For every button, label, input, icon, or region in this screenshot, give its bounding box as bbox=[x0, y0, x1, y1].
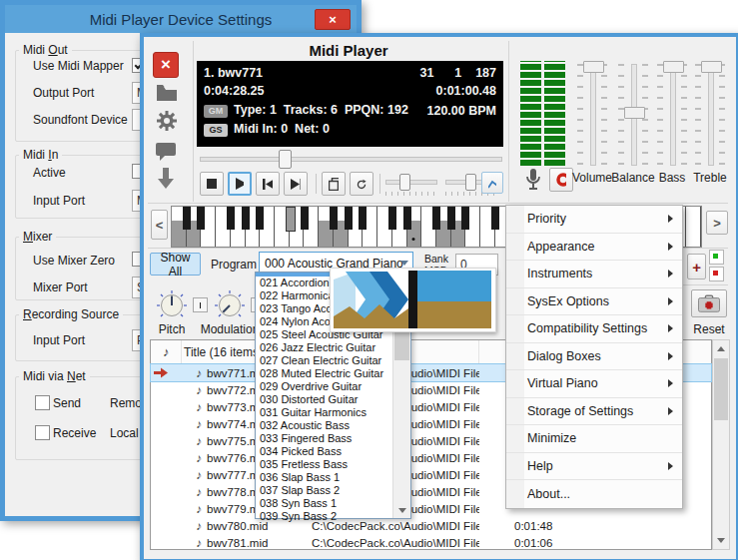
pitch-label: Pitch bbox=[155, 322, 189, 336]
gm-badge: GM bbox=[204, 105, 228, 118]
playlist-scrollbar[interactable] bbox=[712, 339, 730, 550]
piano-black-key[interactable] bbox=[256, 207, 264, 230]
context-menu-item[interactable]: Virtual Piano bbox=[506, 370, 682, 398]
keyboard-scroll-right-button[interactable]: > bbox=[706, 211, 728, 235]
dropdown-item[interactable]: 031 Guitar Harmonics bbox=[256, 406, 393, 419]
show-all-button[interactable]: Show All bbox=[150, 253, 201, 276]
instrument-artwork bbox=[330, 268, 496, 332]
receive-checkbox[interactable] bbox=[35, 425, 50, 440]
play-button[interactable] bbox=[228, 172, 252, 196]
loop-button[interactable] bbox=[350, 172, 373, 196]
download-arrow-icon[interactable] bbox=[154, 167, 178, 191]
pitch-slider-thumb[interactable] bbox=[465, 174, 476, 191]
previous-track-button[interactable] bbox=[256, 172, 280, 196]
piano-black-key[interactable] bbox=[345, 207, 353, 230]
piano-black-key[interactable] bbox=[447, 207, 455, 230]
chart-button[interactable] bbox=[481, 172, 503, 194]
dropdown-item[interactable]: 032 Acoustic Bass bbox=[256, 419, 393, 432]
scroll-down-icon[interactable] bbox=[393, 503, 410, 518]
treble-slider-track[interactable] bbox=[708, 64, 714, 166]
piano-black-key[interactable] bbox=[388, 207, 396, 230]
piano-black-key[interactable] bbox=[227, 207, 235, 230]
keyboard-scroll-left-button[interactable]: < bbox=[151, 210, 168, 240]
note-icon: ♪ bbox=[163, 344, 170, 359]
context-menu-item[interactable]: Instruments bbox=[506, 261, 682, 288]
dropdown-item[interactable]: 029 Overdrive Guitar bbox=[256, 380, 393, 393]
send-checkbox[interactable] bbox=[35, 395, 50, 410]
context-menu-item[interactable]: Minimize bbox=[506, 425, 682, 453]
context-menu-item[interactable]: Dialog Boxes bbox=[506, 343, 682, 371]
comment-icon[interactable] bbox=[154, 139, 178, 163]
dropdown-item[interactable]: 035 Fretless Bass bbox=[256, 458, 393, 471]
device-settings-titlebar[interactable]: Midi Player Device Settings bbox=[5, 5, 357, 33]
bank-msb-label: Bank bbox=[424, 253, 448, 265]
tempo-slider-track[interactable] bbox=[385, 180, 437, 185]
piano-black-key[interactable] bbox=[359, 207, 367, 230]
context-menu-item[interactable]: Storage of Settings bbox=[506, 398, 682, 426]
piano-black-key[interactable] bbox=[242, 207, 250, 230]
dropdown-item[interactable]: 036 Slap Bass 1 bbox=[256, 471, 393, 484]
pitch-reset-button[interactable] bbox=[193, 297, 208, 312]
piano-black-key[interactable] bbox=[286, 207, 296, 232]
piano-black-key[interactable] bbox=[197, 207, 205, 230]
microphone-icon[interactable] bbox=[521, 168, 545, 192]
dropdown-item[interactable]: 027 Clean Electric Guitar bbox=[256, 354, 393, 367]
piano-black-key[interactable] bbox=[403, 207, 411, 230]
open-folder-icon[interactable] bbox=[155, 81, 179, 105]
piano-black-key[interactable] bbox=[491, 207, 499, 230]
piano-black-key[interactable] bbox=[301, 207, 309, 230]
context-menu-item[interactable]: Priority bbox=[506, 206, 682, 234]
treble-slider-thumb[interactable] bbox=[701, 61, 722, 73]
seek-slider-thumb[interactable] bbox=[279, 150, 292, 169]
tempo-slider-thumb[interactable] bbox=[399, 174, 410, 191]
dropdown-item[interactable]: 030 Distorted Guitar bbox=[256, 393, 393, 406]
red-indicator-button[interactable] bbox=[709, 267, 724, 281]
piano-black-key[interactable] bbox=[183, 207, 191, 230]
divider bbox=[316, 174, 317, 194]
gear-icon[interactable] bbox=[155, 109, 179, 133]
piano-black-key[interactable] bbox=[330, 207, 338, 230]
dropdown-item[interactable]: 038 Syn Bass 1 bbox=[256, 497, 393, 510]
submenu-arrow-icon bbox=[668, 352, 673, 360]
record-button[interactable] bbox=[549, 168, 573, 192]
scrollbar-thumb[interactable] bbox=[714, 358, 728, 420]
bass-slider-track[interactable] bbox=[670, 64, 676, 166]
playlist-row[interactable]: ♪bwv780.mid C:\CodecPack.co\Audio\MIDI F… bbox=[151, 517, 711, 534]
output-port-label: Output Port bbox=[33, 86, 94, 100]
context-menu-item[interactable]: Help bbox=[506, 453, 682, 481]
next-track-button[interactable] bbox=[284, 172, 308, 196]
stop-button[interactable] bbox=[200, 172, 224, 196]
dropdown-item[interactable]: 033 Fingered Bass bbox=[256, 432, 393, 445]
scrollbar-thumb[interactable] bbox=[394, 332, 409, 360]
reset-button[interactable] bbox=[691, 289, 727, 317]
modulation-knob[interactable] bbox=[213, 289, 247, 325]
piano-white-key[interactable] bbox=[686, 207, 701, 247]
green-indicator-button[interactable] bbox=[709, 250, 724, 265]
context-menu-item[interactable]: Compatibility Settings bbox=[506, 315, 682, 343]
playback-mode-button[interactable] bbox=[322, 172, 346, 196]
pitch-knob[interactable] bbox=[155, 289, 189, 325]
dropdown-item[interactable]: 026 Jazz Electric Guitar bbox=[256, 341, 393, 354]
add-button[interactable]: + bbox=[687, 254, 706, 280]
playlist-row[interactable]: ♪bwv781.mid C:\CodecPack.co\Audio\MIDI F… bbox=[151, 534, 711, 551]
volume-slider-track[interactable] bbox=[590, 64, 596, 166]
piano-black-key[interactable] bbox=[432, 207, 440, 230]
volume-slider-thumb[interactable] bbox=[583, 61, 604, 73]
note-icon: ♪ bbox=[196, 485, 202, 499]
piano-black-key[interactable] bbox=[461, 207, 469, 230]
close-icon[interactable]: × bbox=[315, 9, 351, 30]
dropdown-item[interactable]: 028 Muted Electric Guitar bbox=[256, 367, 393, 380]
close-icon[interactable]: × bbox=[153, 52, 179, 78]
seek-slider-track[interactable] bbox=[200, 157, 502, 162]
bass-slider-thumb[interactable] bbox=[663, 61, 684, 73]
dropdown-item[interactable]: 037 Slap Bass 2 bbox=[256, 484, 393, 497]
context-menu-item[interactable]: Appearance bbox=[506, 234, 682, 262]
scroll-up-icon[interactable] bbox=[713, 340, 729, 357]
dropdown-item[interactable]: 034 Picked Bass bbox=[256, 445, 393, 458]
balance-slider-thumb[interactable] bbox=[624, 107, 645, 119]
scroll-down-icon[interactable] bbox=[713, 532, 729, 549]
context-menu-item[interactable]: SysEx Options bbox=[506, 288, 682, 316]
context-menu-item[interactable]: About... bbox=[506, 480, 682, 508]
dropdown-item[interactable]: 039 Syn Bass 2 bbox=[256, 510, 393, 523]
now-playing-cell bbox=[151, 398, 182, 415]
